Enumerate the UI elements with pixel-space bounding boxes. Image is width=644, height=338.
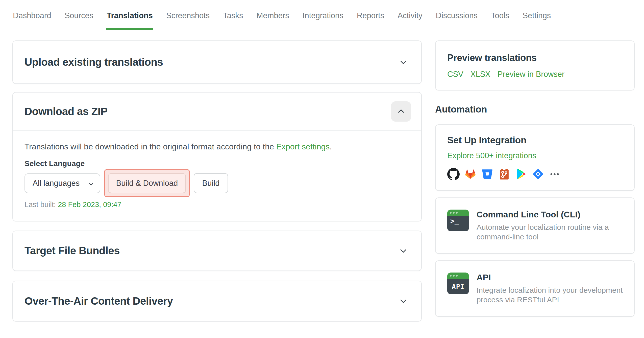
select-language-label: Select Language [24,159,410,168]
preview-csv-link[interactable]: CSV [447,70,463,79]
last-built-label: Last built: [24,200,58,209]
api-icon-titlebar [447,273,469,279]
gitlab-icon[interactable] [464,168,477,180]
download-zip-body: Translations will be downloaded in the o… [13,131,421,221]
bundles-card-title: Target File Bundles [24,245,120,257]
api-card-description: Integrate localization into your develop… [477,285,623,305]
bitbucket-icon[interactable] [481,168,493,180]
terminal-icon: >_ [447,210,469,231]
ota-card-title: Over-The-Air Content Delivery [24,295,173,307]
download-zip-card: Download as ZIP Translations will be dow… [12,92,422,221]
tab-reports[interactable]: Reports [356,0,385,30]
target-file-bundles-card[interactable]: Target File Bundles [12,231,422,271]
chevron-down-icon[interactable] [399,246,408,255]
cli-card-description: Automate your localization routine via a… [477,222,609,242]
tab-screenshots[interactable]: Screenshots [166,0,210,30]
git-icon[interactable] [498,168,510,180]
tab-tasks[interactable]: Tasks [222,0,243,30]
terminal-titlebar [447,210,469,216]
jira-icon[interactable] [532,168,544,180]
sidebar: Preview translations CSV XLSX Preview in… [435,40,635,322]
tab-tools[interactable]: Tools [490,0,510,30]
preview-links: CSV XLSX Preview in Browser [447,70,623,79]
last-built-status: Last built: 28 Feb 2023, 09:47 [24,200,410,209]
tab-dashboard[interactable]: Dashboard [12,0,52,30]
chevron-down-icon [88,180,94,186]
chevron-down-icon[interactable] [399,58,408,66]
github-icon[interactable] [447,168,460,180]
automation-heading: Automation [435,104,635,115]
cli-card-title: Command Line Tool (CLI) [477,210,609,219]
build-button[interactable]: Build [194,173,228,193]
download-card-title: Download as ZIP [24,105,108,118]
tab-members[interactable]: Members [256,0,290,30]
tab-activity[interactable]: Activity [397,0,423,30]
build-and-download-button[interactable]: Build & Download [108,173,186,193]
description-text: Translations will be downloaded in the o… [24,142,276,151]
project-tabs: Dashboard Sources Translations Screensho… [12,0,635,30]
api-icon: API [447,273,469,294]
set-up-integration-card: Set Up Integration Explore 500+ integrat… [435,124,635,191]
google-play-icon[interactable] [515,168,527,180]
description-period: . [330,142,332,151]
ota-content-delivery-card[interactable]: Over-The-Air Content Delivery [12,281,422,322]
preview-xlsx-link[interactable]: XLSX [470,70,490,79]
preview-in-browser-link[interactable]: Preview in Browser [498,70,564,79]
preview-translations-card: Preview translations CSV XLSX Preview in… [435,40,635,91]
download-zip-header[interactable]: Download as ZIP [13,93,421,131]
build-download-highlight: Build & Download [104,169,190,197]
tab-sources[interactable]: Sources [64,0,94,30]
preview-translations-title: Preview translations [447,53,623,63]
set-up-integration-title: Set Up Integration [447,135,623,146]
upload-translations-card[interactable]: Upload existing translations [12,40,422,84]
integration-icons-row [447,168,623,180]
cli-card[interactable]: >_ Command Line Tool (CLI) Automate your… [435,197,635,254]
cli-card-text: Command Line Tool (CLI) Automate your lo… [477,210,609,242]
api-card[interactable]: API API Integrate localization into your… [435,260,635,317]
terminal-prompt: >_ [447,216,469,231]
collapse-button[interactable] [391,101,411,122]
tab-discussions[interactable]: Discussions [435,0,478,30]
tab-translations[interactable]: Translations [106,0,153,30]
chevron-up-icon [397,107,405,116]
language-select-value: All languages [33,179,80,188]
last-built-date: 28 Feb 2023, 09:47 [58,200,121,209]
api-card-text: API Integrate localization into your dev… [477,273,623,305]
upload-card-title: Upload existing translations [24,56,163,68]
api-card-title: API [477,273,623,282]
chevron-down-icon[interactable] [399,297,408,305]
export-settings-link[interactable]: Export settings [276,142,330,151]
language-select[interactable]: All languages [24,173,100,193]
tab-integrations[interactable]: Integrations [302,0,344,30]
download-description: Translations will be downloaded in the o… [24,142,410,152]
api-icon-label: API [447,279,469,294]
tab-settings[interactable]: Settings [522,0,551,30]
main-column: Upload existing translations Download as… [12,40,422,322]
explore-integrations-link[interactable]: Explore 500+ integrations [447,151,536,160]
more-integrations-icon[interactable] [550,169,559,179]
page: Dashboard Sources Translations Screensho… [0,0,644,338]
